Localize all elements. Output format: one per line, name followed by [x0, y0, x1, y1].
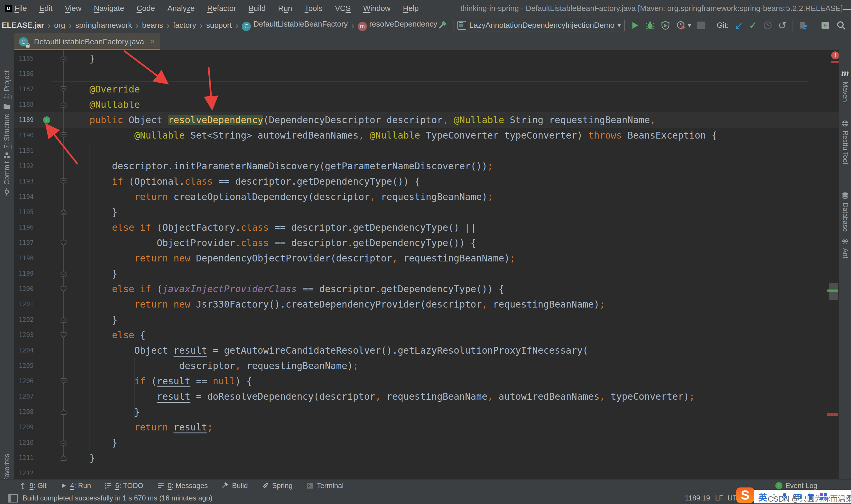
database-icon	[841, 192, 849, 200]
lock-icon	[26, 45, 30, 48]
minimize-icon[interactable]: —	[843, 4, 851, 13]
error-indicator-icon[interactable]: !	[831, 51, 838, 59]
toolwindow-button-spring[interactable]: Spring	[261, 482, 292, 490]
scrollbar-thumb[interactable]	[829, 283, 838, 300]
fold-marker-up-icon[interactable]	[60, 409, 67, 415]
git-label: Git:	[717, 21, 729, 30]
breadcrumb-item[interactable]: mresolveDependency	[357, 19, 438, 31]
fold-marker-up-icon[interactable]	[60, 270, 67, 277]
code-line: @Nullable Set<String> autowiredBeanNames…	[67, 128, 717, 143]
menu-build[interactable]: Build	[242, 2, 272, 15]
menu-vcs[interactable]: VCS	[329, 2, 357, 15]
git-update-icon[interactable]: ↙	[735, 20, 743, 31]
project-structure-icon[interactable]	[799, 21, 808, 30]
stripe-button-7-structure[interactable]: 7: Structure	[0, 113, 14, 159]
fold-marker-down-icon[interactable]	[60, 178, 67, 185]
stripe-button-restfultool[interactable]: RestfulTool	[839, 119, 851, 164]
line-number: 1210	[14, 435, 34, 450]
run-button[interactable]	[631, 21, 639, 30]
editor-tab[interactable]: C DefaultListableBeanFactory.java ×	[14, 33, 160, 50]
code-line: }	[67, 404, 140, 419]
right-tool-stripe: mMavenRestfulToolDatabaseAnt	[838, 33, 851, 479]
build-hammer-icon[interactable]	[438, 20, 448, 31]
stripe-button-database[interactable]: Database	[839, 192, 851, 232]
line-number: 1189	[14, 112, 34, 128]
tab-close-icon[interactable]: ×	[150, 37, 155, 47]
coverage-button[interactable]	[661, 21, 670, 30]
breadcrumb-item[interactable]: CDefaultListableBeanFactory	[241, 19, 348, 31]
breadcrumb-item[interactable]: beans	[142, 21, 164, 30]
fold-marker-down-icon[interactable]	[60, 239, 67, 246]
caret-position[interactable]: 1189:19	[685, 494, 710, 502]
intellij-window: IJ FileEditViewNavigateCodeAnalyzeRefact…	[0, 0, 851, 504]
fold-marker-up-icon[interactable]	[60, 455, 67, 461]
sogou-input-icon: S	[736, 487, 754, 503]
fold-marker-down-icon[interactable]	[60, 332, 67, 338]
breadcrumb-item[interactable]: factory	[173, 21, 197, 30]
error-stripe-mark	[831, 61, 838, 62]
code-line: return new DependencyObjectProvider(desc…	[67, 251, 515, 266]
fold-marker-up-icon[interactable]	[60, 439, 67, 446]
toolwindow-button-6-todo[interactable]: 6: TODO	[105, 482, 143, 490]
fold-marker-up-icon[interactable]	[60, 317, 67, 323]
fold-marker-down-icon[interactable]	[60, 132, 67, 139]
menu-run[interactable]: Run	[272, 2, 298, 15]
stripe-button-1-project[interactable]: 1: Project	[0, 70, 14, 110]
toolwindow-button-terminal[interactable]: Terminal	[306, 482, 344, 490]
git-commit-icon[interactable]: ✓	[749, 21, 757, 30]
search-everywhere-icon[interactable]	[836, 20, 846, 31]
toolwindow-button-build[interactable]: Build	[221, 482, 248, 490]
scrollbar-red-mark	[827, 413, 838, 416]
menu-code[interactable]: Code	[130, 2, 161, 15]
menu-refactor[interactable]: Refactor	[201, 2, 242, 15]
stripe-button-maven[interactable]: mMaven	[839, 67, 851, 102]
rollback-icon[interactable]: ↺	[778, 20, 787, 31]
line-number: 1209	[14, 419, 34, 435]
line-separator[interactable]: LF	[715, 494, 723, 502]
toolwindow-button-9-git[interactable]: 9: Git	[19, 482, 47, 490]
debug-button[interactable]	[645, 21, 655, 30]
breadcrumb-item[interactable]: support	[206, 21, 233, 30]
line-number: 1200	[14, 281, 34, 296]
overriding-method-icon[interactable]: ↑	[43, 116, 50, 124]
left-tool-stripe: 1: Project7: StructureCommit2: Favorites…	[0, 33, 14, 479]
code-line: else if (javaxInjectProviderClass == des…	[67, 281, 504, 296]
git-history-icon[interactable]	[763, 21, 773, 30]
ime-language-mode: 英	[758, 490, 767, 503]
fold-marker-up-icon[interactable]	[60, 101, 67, 108]
toolwindow-toggle-icon[interactable]	[8, 494, 18, 503]
stripe-button-ant[interactable]: Ant	[839, 237, 851, 258]
application-icon	[457, 21, 466, 30]
fold-marker-up-icon[interactable]	[60, 209, 67, 215]
stop-button[interactable]	[697, 22, 705, 29]
code-line: }	[67, 450, 95, 466]
menu-edit[interactable]: Edit	[33, 2, 59, 15]
fold-marker-down-icon[interactable]	[60, 86, 67, 92]
menu-tools[interactable]: Tools	[298, 2, 329, 15]
breadcrumb: ELEASE.jar›org›springframework›beans›fac…	[0, 19, 438, 31]
menu-help[interactable]: Help	[397, 2, 424, 15]
todo-icon	[105, 482, 112, 489]
stripe-button-commit[interactable]: Commit	[0, 161, 14, 196]
method-icon: m	[358, 22, 367, 31]
code-editor[interactable]: 1185 }11861187 @Override1188 @Nullable11…	[14, 50, 838, 479]
fold-marker-down-icon[interactable]	[60, 378, 67, 384]
breadcrumb-item[interactable]: org	[53, 21, 66, 30]
fold-marker-up-icon[interactable]	[60, 55, 67, 62]
breadcrumb-item[interactable]: ELEASE.jar	[1, 21, 44, 30]
breadcrumb-item[interactable]: springframework	[75, 21, 133, 30]
menu-window[interactable]: Window	[357, 2, 397, 15]
run-anything-icon[interactable]	[820, 20, 830, 31]
run-configuration-select[interactable]: LazyAnnotationDependencyInjectionDemo ▾	[454, 19, 624, 32]
breadcrumb-separator-icon: ›	[133, 20, 142, 31]
menu-analyze[interactable]: Analyze	[161, 2, 201, 15]
menu-navigate[interactable]: Navigate	[88, 2, 131, 15]
line-number: 1191	[14, 143, 34, 158]
menu-view[interactable]: View	[59, 2, 88, 15]
fold-marker-down-icon[interactable]	[60, 286, 67, 292]
stripe-label: Commit	[3, 161, 11, 185]
toolwindow-button-4-run[interactable]: 4: Run	[60, 482, 91, 490]
line-number: 1198	[14, 251, 34, 266]
profiler-button[interactable]: ▾	[676, 20, 691, 31]
toolwindow-button-0-messages[interactable]: 0: Messages	[157, 482, 208, 490]
